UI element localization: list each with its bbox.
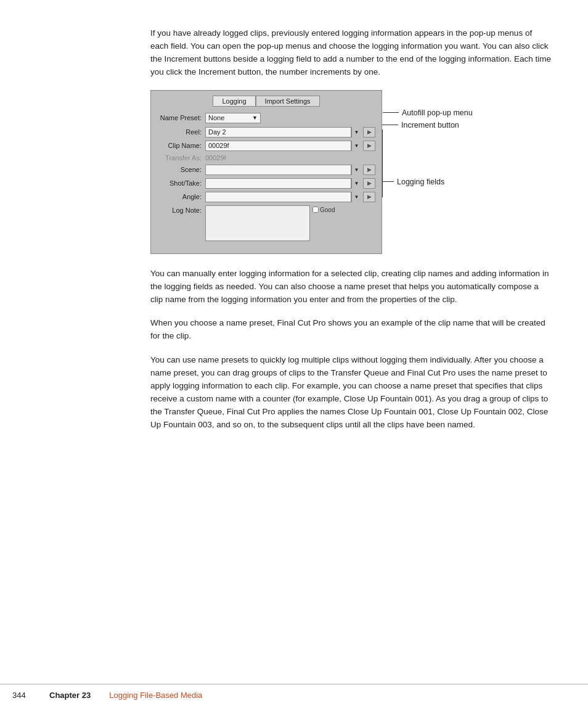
clip-name-dropdown-arrow[interactable]: ▼ xyxy=(351,141,361,151)
angle-row: Angle: ▼ ▶ xyxy=(157,192,375,202)
log-note-label: Log Note: xyxy=(157,205,202,214)
scene-row: Scene: ▼ ▶ xyxy=(157,165,375,175)
paragraph3: When you choose a name preset, Final Cut… xyxy=(150,317,551,343)
page-footer: 344 Chapter 23 Logging File-Based Media xyxy=(0,684,588,706)
shot-take-increment-button[interactable]: ▶ xyxy=(363,178,375,189)
logging-fields-hline xyxy=(383,181,394,182)
shot-take-select-container: ▼ ▶ xyxy=(205,178,375,189)
angle-select-container: ▼ ▶ xyxy=(205,192,375,202)
spacer xyxy=(382,105,383,106)
clip-name-select-box[interactable]: 00029f xyxy=(205,141,351,151)
scene-label: Scene: xyxy=(157,166,202,173)
paragraph1: If you have already logged clips, previo… xyxy=(150,27,551,79)
clip-name-increment-button[interactable]: ▶ xyxy=(363,141,375,151)
page-number: 344 xyxy=(12,691,37,700)
paragraph4: You can use name presets to quickly log … xyxy=(150,354,551,432)
increment-callout: Increment button xyxy=(382,121,459,129)
transfer-as-value: 00029f xyxy=(205,154,226,162)
reel-increment-button[interactable]: ▶ xyxy=(363,127,375,138)
scene-arrow-icon: ▼ xyxy=(354,167,359,173)
reel-row: Reel: Day 2 ▼ ▶ xyxy=(157,127,375,138)
log-note-textarea[interactable] xyxy=(205,205,310,241)
autofill-hline xyxy=(383,112,399,113)
good-checkbox[interactable] xyxy=(312,207,319,213)
shot-take-label: Shot/Take: xyxy=(157,179,202,187)
scene-inc-icon: ▶ xyxy=(367,166,372,173)
clip-name-value: 00029f xyxy=(208,142,229,149)
log-note-row: Log Note: Good xyxy=(157,205,375,241)
reel-inc-icon: ▶ xyxy=(367,129,372,135)
name-preset-value: None xyxy=(208,114,224,121)
name-preset-label: Name Preset: xyxy=(157,114,202,121)
name-preset-select[interactable]: None ▼ xyxy=(205,113,261,123)
main-content: If you have already logged clips, previo… xyxy=(150,27,551,706)
callout-column: Autofill pop-up menu Increment button xyxy=(382,90,473,197)
increment-label: Increment button xyxy=(398,121,459,129)
angle-increment-button[interactable]: ▶ xyxy=(363,192,375,202)
angle-dropdown-arrow[interactable]: ▼ xyxy=(351,192,361,202)
scene-select-container: ▼ ▶ xyxy=(205,165,375,175)
panel-tabs: Logging Import Settings xyxy=(157,96,375,107)
increment-hline xyxy=(382,125,398,125)
footer-chapter: Chapter 23 Logging File-Based Media xyxy=(37,691,576,700)
angle-inc-icon: ▶ xyxy=(367,194,372,200)
reel-value: Day 2 xyxy=(208,128,226,136)
chapter-title: Logging File-Based Media xyxy=(109,691,202,700)
reel-select-box[interactable]: Day 2 xyxy=(205,127,351,138)
angle-label: Angle: xyxy=(157,193,202,200)
transfer-as-label: Transfer As: xyxy=(157,154,202,162)
page-container: If you have already logged clips, previo… xyxy=(0,0,588,706)
scene-increment-button[interactable]: ▶ xyxy=(363,165,375,175)
name-preset-row: Name Preset: None ▼ xyxy=(157,113,375,123)
logging-fields-callout: Logging fields xyxy=(383,166,444,197)
shot-take-row: Shot/Take: ▼ ▶ xyxy=(157,178,375,189)
shot-take-select-box[interactable] xyxy=(205,178,351,189)
autofill-label: Autofill pop-up menu xyxy=(399,109,473,117)
reel-label: Reel: xyxy=(157,128,202,136)
chapter-label: Chapter 23 xyxy=(49,691,91,700)
scene-select-box[interactable] xyxy=(205,165,351,175)
angle-arrow-icon: ▼ xyxy=(354,194,359,200)
clip-name-row: Clip Name: 00029f ▼ ▶ xyxy=(157,141,375,151)
angle-select-box[interactable] xyxy=(205,192,351,202)
clip-name-label: Clip Name: xyxy=(157,142,202,149)
logging-panel: Logging Import Settings Name Preset: Non… xyxy=(150,90,382,254)
shot-take-dropdown-arrow[interactable]: ▼ xyxy=(351,178,361,189)
clip-name-arrow-icon: ▼ xyxy=(354,143,359,149)
footer-separator xyxy=(97,691,104,700)
scene-dropdown-arrow[interactable]: ▼ xyxy=(351,165,361,175)
good-label: Good xyxy=(320,207,335,213)
autofill-callout: Autofill pop-up menu xyxy=(382,95,473,117)
clip-name-select-container: 00029f ▼ ▶ xyxy=(205,141,375,151)
tab-import-settings[interactable]: Import Settings xyxy=(256,96,320,107)
clip-name-inc-icon: ▶ xyxy=(367,142,372,149)
log-note-good: Good xyxy=(312,205,335,213)
logging-fields-label: Logging fields xyxy=(394,178,444,186)
reel-dropdown-arrow[interactable]: ▼ xyxy=(351,127,361,138)
transfer-as-row: Transfer As: 00029f xyxy=(157,154,375,162)
reel-select-container: Day 2 ▼ ▶ xyxy=(205,127,375,138)
diagram-container: Logging Import Settings Name Preset: Non… xyxy=(150,90,551,254)
shot-take-inc-icon: ▶ xyxy=(367,180,372,186)
shot-take-arrow-icon: ▼ xyxy=(354,181,359,186)
callout-group: Autofill pop-up menu Increment button xyxy=(382,95,473,197)
reel-arrow-icon: ▼ xyxy=(354,129,359,135)
logging-fields-callout-group: Logging fields xyxy=(382,129,444,197)
preset-arrow-icon: ▼ xyxy=(252,115,258,121)
paragraph2: You can manually enter logging informati… xyxy=(150,268,551,306)
tab-logging[interactable]: Logging xyxy=(213,96,255,107)
